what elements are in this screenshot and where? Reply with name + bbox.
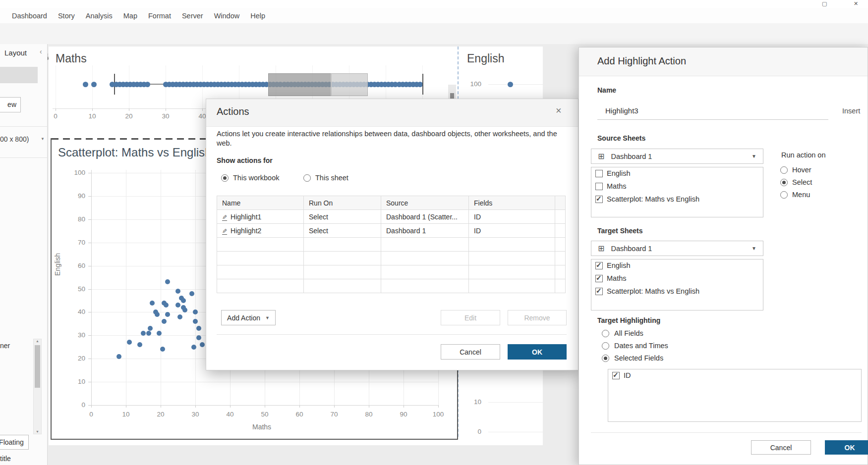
collapse-sidebar-icon[interactable]: ‹ (40, 48, 42, 55)
target-sheets-dropdown[interactable]: ⊞ Dashboard 1 ▼ (591, 241, 763, 256)
action-source-cell[interactable]: Dashboard 1 (Scatter... (381, 210, 469, 224)
source-sheets-dropdown[interactable]: ⊞ Dashboard 1 ▼ (591, 149, 763, 164)
checkbox-item-scatterplot-maths-vs-english[interactable]: Scatterplot: Maths vs English (591, 193, 763, 206)
scatter-mark[interactable] (160, 347, 165, 352)
maths-mark[interactable] (91, 82, 97, 87)
radio-selected-fields[interactable] (602, 355, 609, 362)
scroll-up-icon[interactable]: ▲ (36, 339, 39, 343)
ok-button[interactable]: OK (508, 344, 567, 360)
scatter-mark[interactable] (189, 291, 194, 296)
cancel-button[interactable]: Cancel (751, 440, 811, 455)
action-run-on-cell[interactable]: Select (304, 210, 381, 224)
menu-item-story[interactable]: Story (53, 12, 80, 20)
column-header-name[interactable]: Name (217, 196, 304, 210)
sidebar-scrollbar[interactable]: ▲ ▼ (33, 339, 42, 434)
column-header-source[interactable]: Source (381, 196, 469, 210)
column-header-fields[interactable]: Fields (469, 196, 555, 210)
show-dashboard-title-label[interactable]: title (0, 455, 11, 463)
scatter-mark[interactable] (127, 340, 132, 345)
action-table-row[interactable]: ✎Highlight1SelectDashboard 1 (Scatter...… (217, 210, 566, 224)
scatter-mark[interactable] (175, 303, 180, 308)
scatter-mark[interactable] (165, 279, 170, 284)
radio-this-sheet[interactable] (303, 174, 311, 182)
item-hierarchy-container[interactable]: ner (0, 342, 10, 350)
action-source-cell[interactable]: Dashboard 1 (381, 224, 469, 238)
scatter-mark[interactable] (193, 319, 198, 324)
floating-toggle-button[interactable]: Floating (0, 435, 29, 450)
radio-all-fields[interactable] (602, 330, 609, 337)
checkbox-item-maths[interactable]: Maths (591, 180, 763, 193)
radio-label[interactable]: Select (792, 178, 812, 186)
scatter-mark[interactable] (196, 326, 201, 331)
checked-checkbox-icon[interactable] (595, 288, 603, 295)
checked-checkbox-icon[interactable] (595, 196, 603, 203)
radio-select[interactable] (780, 179, 788, 186)
scatter-mark[interactable] (182, 308, 187, 312)
menu-item-help[interactable]: Help (245, 12, 271, 20)
scatter-mark[interactable] (116, 354, 121, 359)
window-close-icon[interactable]: ✕ (854, 0, 858, 7)
radio-label[interactable]: This workbook (233, 174, 279, 182)
scatter-mark[interactable] (181, 298, 186, 303)
scatter-mark[interactable] (164, 303, 169, 308)
window-maximize-icon[interactable]: ▢ (822, 0, 827, 7)
action-run-on-cell[interactable]: Select (304, 224, 381, 238)
radio-dates-and-times[interactable] (602, 342, 609, 350)
menu-item-server[interactable]: Server (176, 12, 209, 20)
edit-action-button[interactable]: Edit (441, 310, 500, 325)
scatter-mark[interactable] (175, 289, 180, 294)
ok-button[interactable]: OK (825, 440, 868, 455)
scatter-mark[interactable] (165, 312, 170, 317)
scatter-mark[interactable] (162, 319, 167, 324)
menu-item-dashboard[interactable]: Dashboard (6, 12, 53, 20)
checked-checkbox-icon[interactable] (612, 372, 620, 379)
cancel-button[interactable]: Cancel (441, 344, 500, 360)
menu-item-format[interactable]: Format (143, 12, 176, 20)
scatter-mark[interactable] (150, 301, 155, 306)
action-table-row[interactable]: ✎Highlight2SelectDashboard 1ID (217, 224, 566, 238)
insert-button[interactable]: Insert (842, 107, 860, 115)
menu-item-analysis[interactable]: Analysis (80, 12, 118, 20)
device-preview-button[interactable]: ew (0, 97, 21, 112)
close-icon[interactable]: × (556, 105, 562, 116)
maths-mark[interactable] (145, 82, 150, 87)
menu-item-window[interactable]: Window (209, 12, 245, 20)
remove-action-button[interactable]: Remove (508, 310, 567, 325)
radio-label[interactable]: Hover (792, 166, 811, 174)
checkbox-item-id[interactable]: ID (608, 369, 861, 382)
scatter-mark[interactable] (148, 326, 153, 331)
radio-label[interactable]: Dates and Times (614, 342, 668, 350)
radio-label[interactable]: All Fields (614, 329, 643, 337)
radio-hover[interactable] (780, 166, 788, 174)
name-input[interactable]: Highlight3 (597, 102, 828, 120)
radio-label[interactable]: Menu (792, 191, 810, 199)
radio-this-workbook[interactable] (221, 174, 229, 182)
action-fields-cell[interactable]: ID (469, 210, 555, 224)
checkbox-item-english[interactable]: English (591, 167, 763, 180)
tab-layout[interactable]: Layout (4, 49, 27, 57)
action-name-cell[interactable]: ✎Highlight2 (217, 224, 304, 238)
scatter-mark[interactable] (177, 314, 182, 319)
scatter-mark[interactable] (141, 331, 146, 336)
maths-mark[interactable] (83, 82, 88, 87)
checkbox-item-maths[interactable]: Maths (591, 272, 763, 285)
action-name-cell[interactable]: ✎Highlight1 (217, 210, 304, 224)
checked-checkbox-icon[interactable] (595, 275, 603, 282)
scatter-mark[interactable] (196, 335, 201, 340)
scatter-mark[interactable] (137, 342, 142, 347)
scatter-mark[interactable] (200, 342, 205, 347)
radio-label[interactable]: Selected Fields (614, 354, 663, 362)
checkbox-item-scatterplot-maths-vs-english[interactable]: Scatterplot: Maths vs English (591, 285, 763, 298)
scatter-mark[interactable] (191, 345, 196, 350)
add-action-button[interactable]: Add Action ▼ (221, 310, 276, 325)
english-mark[interactable] (508, 82, 513, 87)
scatter-mark[interactable] (157, 331, 162, 336)
scrollbar-thumb[interactable] (35, 345, 40, 388)
action-fields-cell[interactable]: ID (469, 224, 555, 238)
checked-checkbox-icon[interactable] (595, 262, 603, 269)
dashboard-size-dropdown[interactable]: 00 x 800) (0, 135, 29, 143)
scatter-mark[interactable] (193, 310, 198, 314)
radio-label[interactable]: This sheet (315, 174, 348, 182)
scroll-down-icon[interactable]: ▼ (36, 430, 39, 433)
checkbox-item-english[interactable]: English (591, 259, 763, 272)
